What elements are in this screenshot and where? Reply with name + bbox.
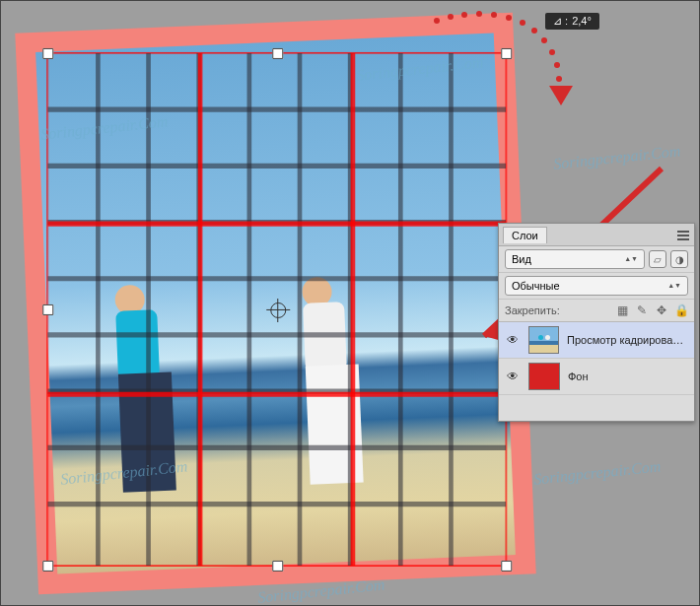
lock-row: Закрепить: ▦ ✎ ✥ 🔒 — [499, 300, 694, 322]
layers-panel: Слои Вид ▲▼ ▱ ◑ Обычные ▲▼ Закрепить: ▦ … — [498, 223, 695, 422]
figure-runner-woman — [302, 276, 364, 485]
lock-move-icon[interactable]: ✥ — [655, 303, 668, 317]
svg-point-26 — [520, 20, 525, 26]
view-select-label: Вид — [512, 253, 531, 265]
angle-icon: ⊿ : — [553, 15, 568, 28]
canvas-area[interactable] — [15, 13, 535, 595]
panel-tab-row: Слои — [499, 224, 694, 246]
angle-value: 2,4° — [572, 15, 592, 27]
rotation-angle-tooltip: ⊿ :2,4° — [545, 13, 599, 30]
layer-name[interactable]: Просмотр кадрирования — [567, 334, 688, 346]
layer-name[interactable]: Фон — [568, 370, 589, 382]
watermark: Soringpcrepair.Com — [532, 457, 662, 488]
watermark: Soringpcrepair.Com — [552, 142, 681, 172]
panel-view-row: Вид ▲▼ ▱ ◑ — [499, 246, 694, 273]
photo-content — [35, 33, 516, 573]
layer-thumbnail[interactable] — [528, 326, 559, 354]
svg-point-29 — [549, 49, 555, 55]
stepper-icon: ▲▼ — [667, 283, 681, 289]
panel-blend-row: Обычные ▲▼ — [499, 273, 694, 300]
layer-thumbnail[interactable] — [528, 363, 560, 390]
stepper-icon: ▲▼ — [624, 256, 638, 262]
panel-menu-icon[interactable] — [676, 228, 690, 240]
svg-point-30 — [554, 62, 560, 68]
visibility-eye-icon[interactable]: 👁 — [505, 333, 521, 347]
visibility-eye-icon[interactable]: 👁 — [505, 370, 521, 383]
lock-all-icon[interactable]: 🔒 — [674, 303, 688, 317]
svg-point-27 — [531, 28, 537, 34]
layer-row-background[interactable]: 👁 Фон — [499, 359, 694, 395]
layer-list: 👁 Просмотр кадрирования 👁 Фон — [499, 322, 694, 421]
svg-point-28 — [541, 37, 547, 43]
figure-runner-man — [114, 284, 176, 493]
tab-layers[interactable]: Слои — [503, 227, 547, 243]
mask-icon[interactable]: ◑ — [670, 250, 688, 268]
filter-icon[interactable]: ▱ — [649, 250, 666, 268]
svg-point-31 — [556, 76, 562, 82]
lock-label: Закрепить: — [505, 304, 560, 316]
blend-mode-label: Обычные — [512, 280, 560, 292]
editor-stage: ⊿ :2,4° Soringpcrepair.Com Soringpcrepai… — [0, 0, 700, 606]
view-select[interactable]: Вид ▲▼ — [505, 249, 645, 269]
layer-row-crop-preview[interactable]: 👁 Просмотр кадрирования — [499, 322, 694, 359]
lock-paint-icon[interactable]: ✎ — [635, 303, 649, 317]
blend-mode-select[interactable]: Обычные ▲▼ — [505, 276, 688, 296]
lock-transparency-icon[interactable]: ▦ — [615, 303, 629, 317]
